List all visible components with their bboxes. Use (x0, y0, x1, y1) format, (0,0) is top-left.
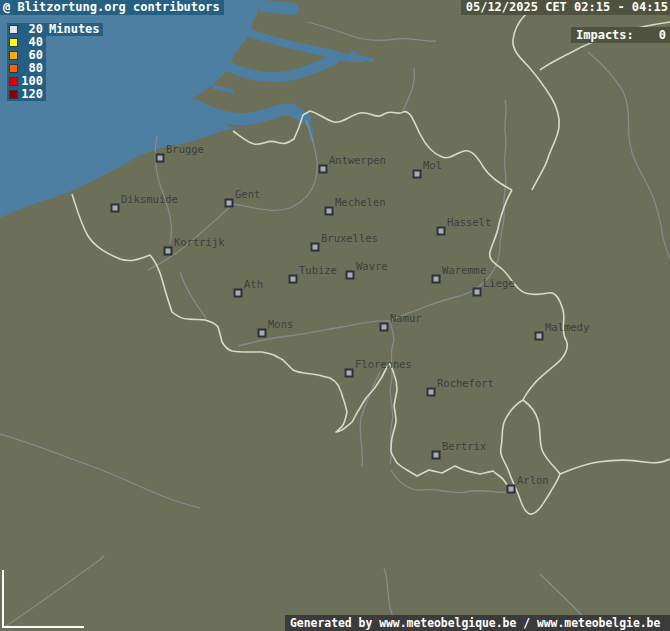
city-marker-ath (235, 290, 242, 297)
city-marker-waremme (433, 276, 440, 283)
city-label-liege: Liege (483, 277, 515, 289)
city-label-antwerpen: Antwerpen (329, 154, 386, 166)
legend-item-120: 120 (7, 88, 46, 101)
legend-color-swatch (9, 25, 18, 34)
city-marker-liege (474, 289, 481, 296)
city-marker-wavre (347, 272, 354, 279)
city-marker-bruxelles (312, 244, 319, 251)
city-label-waremme: Waremme (442, 264, 486, 276)
timestamp-box: 05/12/2025 CET 02:15 - 04:15 (461, 0, 670, 15)
city-label-diksmuide: Diksmuide (121, 193, 178, 205)
age-legend: 20Minutes406080100120 (7, 23, 103, 101)
city-label-florennes: Florennes (355, 358, 412, 370)
city-label-mol: Mol (423, 159, 442, 171)
city-marker-malmedy (536, 333, 543, 340)
city-marker-namur (381, 324, 388, 331)
city-label-rochefort: Rochefort (437, 377, 494, 389)
legend-color-swatch (9, 90, 18, 99)
footer-credit: Generated by www.meteobelgique.be / www.… (285, 615, 670, 631)
city-marker-arlon (508, 486, 515, 493)
city-marker-mol (414, 171, 421, 178)
city-marker-rochefort (428, 389, 435, 396)
city-label-namur: Namur (390, 312, 422, 324)
city-label-tubize: Tubize (299, 264, 337, 276)
legend-color-swatch (9, 77, 18, 86)
city-label-kortrijk: Kortrijk (174, 236, 225, 248)
city-marker-kortrijk (165, 248, 172, 255)
city-marker-brugge (157, 155, 164, 162)
impacts-label: Impacts: (576, 27, 634, 43)
city-marker-gent (226, 200, 233, 207)
legend-color-swatch (9, 38, 18, 47)
impacts-value: 0 (659, 27, 666, 43)
city-marker-mechelen (326, 208, 333, 215)
city-marker-hasselt (438, 228, 445, 235)
impacts-counter: Impacts: 0 (571, 27, 670, 43)
city-label-mons: Mons (268, 318, 293, 330)
city-label-wavre: Wavre (356, 260, 388, 272)
city-label-malmedy: Malmedy (545, 321, 589, 333)
legend-unit-label: Minutes (49, 23, 100, 36)
city-label-arlon: Arlon (517, 474, 549, 486)
city-marker-mons (259, 330, 266, 337)
city-label-hasselt: Hasselt (447, 216, 491, 228)
legend-item-20: 20Minutes (7, 23, 103, 36)
city-marker-diksmuide (112, 205, 119, 212)
legend-color-swatch (9, 51, 18, 60)
city-label-ath: Ath (244, 278, 263, 290)
city-label-brugge: Brugge (166, 143, 204, 155)
lightning-map-view: BruggeAntwerpenMolDiksmuideGentMechelenH… (0, 0, 670, 631)
city-marker-florennes (346, 370, 353, 377)
city-marker-bertrix (433, 452, 440, 459)
city-label-mechelen: Mechelen (335, 196, 386, 208)
attribution-bar: @ Blitzortung.org contributors (0, 0, 224, 15)
city-label-bruxelles: Bruxelles (321, 232, 378, 244)
city-label-gent: Gent (235, 188, 260, 200)
city-label-bertrix: Bertrix (442, 440, 486, 452)
city-marker-tubize (290, 276, 297, 283)
legend-color-swatch (9, 64, 18, 73)
legend-minutes-value: 120 (21, 88, 43, 101)
city-marker-antwerpen (320, 166, 327, 173)
